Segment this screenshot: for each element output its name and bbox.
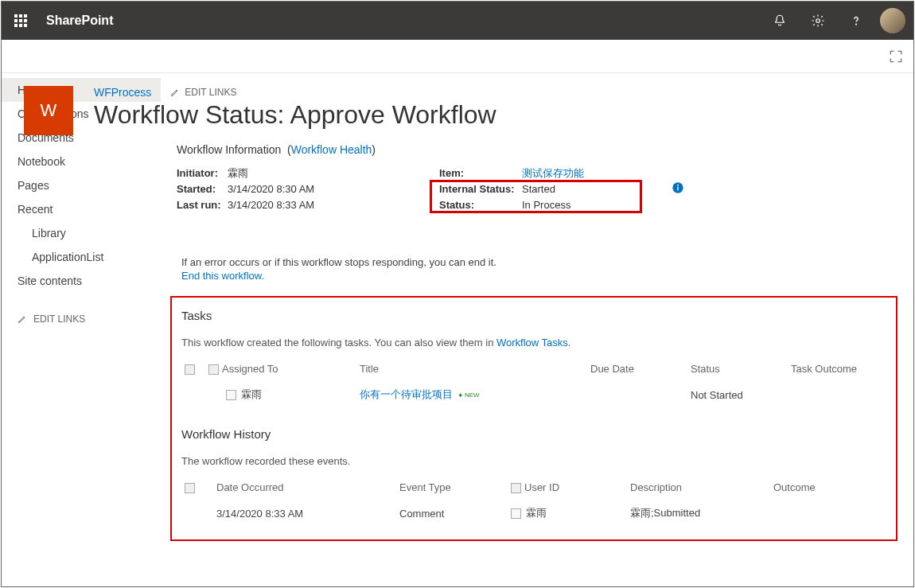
history-outcome <box>770 501 880 525</box>
task-title-link[interactable]: 你有一个待审批项目 <box>360 388 453 400</box>
site-logo[interactable]: W <box>24 86 73 135</box>
main: W WFProcess EDIT LINKS Workflow Status: … <box>161 73 913 587</box>
nav-pages[interactable]: Pages <box>2 173 161 197</box>
nav-edit-links[interactable]: EDIT LINKS <box>2 307 161 325</box>
site-header: W WFProcess EDIT LINKS Workflow Status: … <box>24 73 913 143</box>
svg-rect-6 <box>14 24 18 27</box>
header-top-row: WFProcess EDIT LINKS <box>94 86 897 99</box>
annotation-box-lower: Tasks This workflow created the followin… <box>170 296 897 541</box>
history-row[interactable]: 3/14/2020 8:33 AM Comment 霖雨 霖雨;Submitte… <box>181 501 880 525</box>
user-id-header[interactable]: User ID <box>524 481 559 493</box>
history-user-checkbox[interactable] <box>511 508 521 519</box>
site-name-link[interactable]: WFProcess <box>94 86 151 99</box>
kv-status: Status:In Process <box>439 197 584 213</box>
workflow-info-columns: Initiator:霖雨 Started:3/14/2020 8:30 AM L… <box>177 165 890 213</box>
help-icon[interactable] <box>837 2 875 40</box>
svg-rect-12 <box>677 187 678 191</box>
nav-applicationlist[interactable]: ApplicationList <box>2 245 161 269</box>
tasks-header-row: Assigned To Title Due Date Status Task O… <box>181 358 880 383</box>
header-stack: WFProcess EDIT LINKS Workflow Status: Ap… <box>94 86 897 130</box>
nav-site-contents[interactable]: Site contents <box>2 269 161 293</box>
kv-started: Started:3/14/2020 8:30 AM <box>177 181 407 197</box>
item-label: Item: <box>439 165 522 181</box>
svg-rect-3 <box>14 19 18 22</box>
initiator-label: Initiator: <box>177 165 228 181</box>
status-header[interactable]: Status <box>687 358 788 383</box>
tasks-select-all-checkbox[interactable] <box>185 364 195 375</box>
due-date-header[interactable]: Due Date <box>587 358 687 383</box>
user-avatar[interactable] <box>880 8 905 33</box>
info-left: Initiator:霖雨 Started:3/14/2020 8:30 AM L… <box>177 165 407 213</box>
task-status: Not Started <box>687 383 788 407</box>
task-row-checkbox[interactable] <box>226 390 236 400</box>
header-edit-links-label: EDIT LINKS <box>185 87 236 98</box>
tasks-subtext-post: . <box>568 337 571 349</box>
task-row[interactable]: 霖雨 你有一个待审批项目NEW Not Started <box>181 383 880 407</box>
history-description: 霖雨;Submitted <box>627 501 770 525</box>
internal-status-value: Started <box>522 181 555 197</box>
kv-internal: Internal Status:Started <box>439 181 584 197</box>
error-box: If an error occurs or if this workflow s… <box>177 256 890 282</box>
task-outcome <box>788 383 880 407</box>
content: Workflow Information (Workflow Health) I… <box>161 143 913 557</box>
svg-rect-8 <box>24 24 27 27</box>
workflow-health-link[interactable]: Workflow Health <box>291 143 372 156</box>
history-subtext: The workflow recorded these events. <box>181 455 880 467</box>
history-table: Date Occurred Event Type User ID Descrip… <box>181 477 880 525</box>
kv-item: Item:测试保存功能 <box>439 165 584 181</box>
workflow-tasks-link[interactable]: Workflow Tasks <box>496 337 568 349</box>
started-label: Started: <box>177 181 228 197</box>
internal-status-label: Internal Status: <box>439 181 522 197</box>
assigned-to-header[interactable]: Assigned To <box>222 363 278 375</box>
history-type: Comment <box>396 501 508 525</box>
page-title: Workflow Status: Approve Workflow <box>94 100 897 130</box>
kv-initiator: Initiator:霖雨 <box>177 165 407 181</box>
title-header[interactable]: Title <box>356 358 587 383</box>
info-right: Item:测试保存功能 Internal Status:Started Stat… <box>439 165 584 213</box>
header-edit-links[interactable]: EDIT LINKS <box>170 87 236 98</box>
svg-rect-4 <box>19 19 22 22</box>
svg-rect-5 <box>24 19 27 22</box>
brand-label[interactable]: SharePoint <box>46 14 113 28</box>
svg-point-13 <box>677 185 679 186</box>
event-type-header[interactable]: Event Type <box>396 477 508 501</box>
info-icon[interactable] <box>672 181 684 194</box>
focus-mode-icon[interactable] <box>888 49 904 64</box>
task-due-date <box>587 383 687 407</box>
nav-edit-links-label: EDIT LINKS <box>33 313 85 325</box>
window-frame: SharePoint Home Conversations Documents … <box>1 1 914 587</box>
tasks-table: Assigned To Title Due Date Status Task O… <box>181 358 880 407</box>
nav-recent[interactable]: Recent <box>2 197 161 221</box>
started-value: 3/14/2020 8:30 AM <box>228 181 314 197</box>
lastrun-value: 3/14/2020 8:33 AM <box>228 197 314 213</box>
pencil-icon <box>170 88 180 97</box>
app-launcher-icon[interactable] <box>2 2 40 40</box>
notifications-icon[interactable] <box>761 2 799 40</box>
history-header-row: Date Occurred Event Type User ID Descrip… <box>181 477 880 501</box>
description-header[interactable]: Description <box>627 477 770 501</box>
nav-library[interactable]: Library <box>2 221 161 245</box>
error-text: If an error occurs or if this workflow s… <box>177 256 890 268</box>
item-value-link[interactable]: 测试保存功能 <box>522 165 584 181</box>
lastrun-label: Last run: <box>177 197 228 213</box>
history-outcome-header[interactable]: Outcome <box>770 477 880 501</box>
svg-point-10 <box>856 24 857 25</box>
end-workflow-link[interactable]: End this workflow. <box>181 270 264 282</box>
history-heading: Workflow History <box>181 427 880 441</box>
settings-icon[interactable] <box>799 2 837 40</box>
history-select-all-checkbox[interactable] <box>185 483 195 493</box>
history-date: 3/14/2020 8:33 AM <box>213 501 396 525</box>
user-id-header-checkbox[interactable] <box>511 483 521 493</box>
left-nav: Home Conversations Documents Notebook Pa… <box>2 73 161 587</box>
outcome-header[interactable]: Task Outcome <box>788 358 880 383</box>
assigned-to-header-checkbox[interactable] <box>208 364 219 375</box>
date-occurred-header[interactable]: Date Occurred <box>213 477 396 501</box>
svg-rect-7 <box>19 24 22 27</box>
nav-notebook[interactable]: Notebook <box>2 150 161 173</box>
svg-rect-0 <box>14 14 18 18</box>
history-user: 霖雨 <box>526 507 547 519</box>
paren-close: ) <box>372 143 376 156</box>
kv-lastrun: Last run:3/14/2020 8:33 AM <box>177 197 407 213</box>
body-row: Home Conversations Documents Notebook Pa… <box>2 73 913 587</box>
workflow-info-label: Workflow Information <box>177 143 281 156</box>
